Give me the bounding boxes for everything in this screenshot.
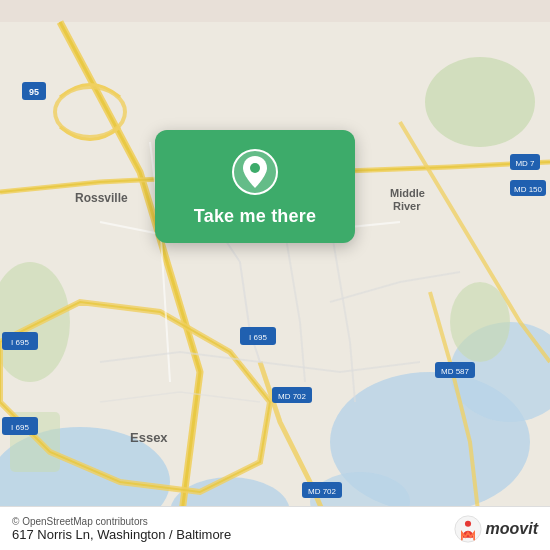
svg-text:River: River — [393, 200, 421, 212]
svg-text:I 695: I 695 — [11, 423, 29, 432]
svg-text:Middle: Middle — [390, 187, 425, 199]
svg-point-37 — [454, 515, 480, 541]
take-me-there-button[interactable]: Take me there — [155, 130, 355, 243]
svg-text:MD 587: MD 587 — [441, 367, 470, 376]
svg-text:MD 702: MD 702 — [278, 392, 307, 401]
svg-point-36 — [250, 163, 260, 173]
map-container: 95 MD 7 MD 7 MD 150 I 695 I 695 I 695 MD… — [0, 0, 550, 550]
svg-text:I 695: I 695 — [249, 333, 267, 342]
svg-text:MD 7: MD 7 — [515, 159, 535, 168]
address-label: 617 Norris Ln, Washington / Baltimore — [12, 527, 231, 542]
osm-credit: © OpenStreetMap contributors — [12, 516, 231, 527]
svg-text:95: 95 — [29, 87, 39, 97]
map-background: 95 MD 7 MD 7 MD 150 I 695 I 695 I 695 MD… — [0, 0, 550, 550]
svg-text:MD 702: MD 702 — [308, 487, 337, 496]
moovit-text: moovit — [486, 520, 538, 538]
svg-text:MD 150: MD 150 — [514, 185, 543, 194]
moovit-logo: moovit — [454, 515, 538, 543]
svg-text:Rossville: Rossville — [75, 191, 128, 205]
svg-text:I 695: I 695 — [11, 338, 29, 347]
bottom-left: © OpenStreetMap contributors 617 Norris … — [12, 516, 231, 542]
location-pin-icon — [231, 148, 279, 196]
svg-text:Essex: Essex — [130, 430, 168, 445]
bottom-bar: © OpenStreetMap contributors 617 Norris … — [0, 506, 550, 550]
svg-point-38 — [464, 520, 470, 526]
svg-point-6 — [425, 57, 535, 147]
take-me-there-label: Take me there — [194, 206, 316, 227]
moovit-logo-icon — [454, 515, 482, 543]
